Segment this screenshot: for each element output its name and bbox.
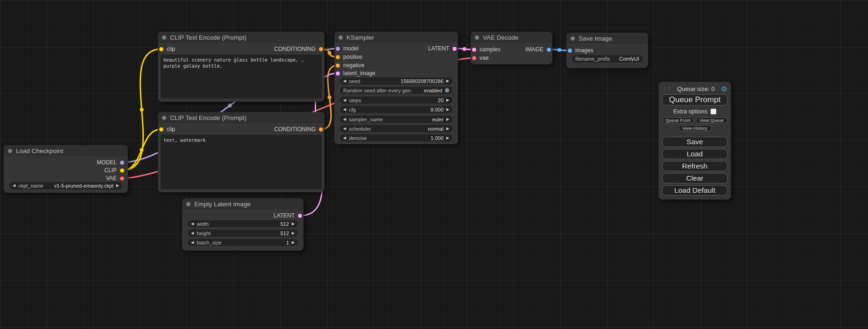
increment-arrow-icon[interactable]: ▶ (292, 231, 295, 235)
decrement-arrow-icon[interactable]: ◀ (343, 136, 346, 140)
node-title-bar[interactable]: CLIP Text Encode (Prompt) (158, 112, 325, 123)
node-title-bar[interactable]: Load Checkpoint (4, 145, 128, 156)
node-title-bar[interactable]: VAE Decode (471, 32, 552, 43)
input-port-negative: negative (336, 62, 364, 69)
decrement-arrow-icon[interactable]: ◀ (343, 108, 346, 112)
collapse-dot-icon[interactable] (8, 149, 12, 153)
width-widget[interactable]: ◀ width 512 ▶ (188, 220, 298, 227)
node-title-bar[interactable]: KSampler (334, 32, 458, 43)
input-port-vae: vae (472, 55, 488, 61)
port-dot[interactable] (319, 47, 323, 51)
save-button[interactable]: Save (662, 137, 727, 147)
node-title: Load Checkpoint (16, 147, 63, 154)
increment-arrow-icon[interactable]: ▶ (446, 98, 449, 102)
port-dot[interactable] (159, 47, 163, 51)
port-dot[interactable] (568, 49, 572, 53)
port-dot[interactable] (336, 55, 340, 59)
port-dot[interactable] (120, 168, 124, 173)
load-button[interactable]: Load (662, 149, 727, 159)
node-title: CLIP Text Encode (Prompt) (170, 34, 247, 41)
queue-front-button[interactable]: Queue Front (662, 117, 694, 123)
port-dot[interactable] (298, 214, 302, 218)
port-dot[interactable] (472, 56, 476, 60)
collapse-dot-icon[interactable] (162, 35, 166, 40)
port-dot[interactable] (319, 127, 323, 132)
increment-arrow-icon[interactable]: ▶ (446, 79, 449, 83)
decrement-arrow-icon[interactable]: ◀ (191, 241, 194, 245)
node-vae-decode[interactable]: VAE Decode samples vae IMAGE (471, 32, 552, 64)
denoise-widget[interactable]: ◀ denoise 1.000 ▶ (340, 134, 452, 141)
extra-options-checkbox[interactable] (711, 109, 716, 114)
filename-prefix-widget[interactable]: filename_prefix ComfyUI (572, 55, 642, 63)
decrement-arrow-icon[interactable]: ◀ (343, 98, 346, 102)
node-ksampler[interactable]: KSampler model positive negative latent_… (334, 32, 458, 144)
decrement-arrow-icon[interactable]: ◀ (343, 118, 346, 121)
collapse-dot-icon[interactable] (571, 36, 575, 41)
decrement-arrow-icon[interactable]: ◀ (13, 184, 15, 188)
random-seed-toggle-widget[interactable]: Random seed after every gen enabled (340, 87, 452, 94)
clear-button[interactable]: Clear (662, 173, 727, 183)
cfg-widget[interactable]: ◀ cfg 8.000 ▶ (340, 106, 452, 113)
drag-handle-icon[interactable]: ⋮⋮ (662, 86, 670, 92)
height-widget[interactable]: ◀ height 512 ▶ (188, 230, 298, 237)
port-label: vae (480, 55, 488, 61)
decrement-arrow-icon[interactable]: ◀ (343, 79, 346, 83)
input-port-images: images (568, 47, 593, 54)
node-load-checkpoint[interactable]: Load Checkpoint MODEL CLIP VAE ◀ ckpt_na… (4, 145, 128, 193)
output-port-vae: VAE (106, 175, 124, 182)
increment-arrow-icon[interactable]: ▶ (446, 127, 449, 131)
decrement-arrow-icon[interactable]: ◀ (191, 222, 194, 226)
load-default-button[interactable]: Load Default (662, 185, 727, 196)
graph-canvas[interactable]: Load Checkpoint MODEL CLIP VAE ◀ ckpt_na… (0, 0, 868, 329)
seed-widget[interactable]: ◀ seed 156680208700286 ▶ (340, 77, 452, 84)
output-port-latent: LATENT (274, 212, 302, 219)
node-title-bar[interactable]: Save Image (566, 33, 648, 44)
negative-prompt-text[interactable]: text, watermark (161, 135, 322, 189)
scheduler-widget[interactable]: ◀ scheduler normal ▶ (340, 125, 452, 132)
node-save-image[interactable]: Save Image images filename_prefix ComfyU… (566, 33, 648, 68)
increment-arrow-icon[interactable]: ▶ (446, 118, 449, 121)
port-dot[interactable] (120, 161, 124, 165)
port-label: VAE (106, 175, 117, 182)
decrement-arrow-icon[interactable]: ◀ (343, 127, 346, 131)
node-title-bar[interactable]: Empty Latent Image (182, 198, 303, 210)
refresh-button[interactable]: Refresh (662, 161, 727, 171)
port-dot[interactable] (336, 63, 340, 68)
output-port-model: MODEL (97, 159, 124, 166)
increment-arrow-icon[interactable]: ▶ (446, 136, 449, 140)
port-label: model (343, 45, 359, 52)
increment-arrow-icon[interactable]: ▶ (116, 184, 119, 188)
collapse-dot-icon[interactable] (186, 202, 191, 206)
increment-arrow-icon[interactable]: ▶ (446, 108, 449, 112)
port-dot[interactable] (336, 47, 340, 51)
batch-size-widget[interactable]: ◀ batch_size 1 ▶ (188, 239, 298, 246)
port-dot[interactable] (472, 48, 476, 52)
port-dot[interactable] (547, 48, 551, 52)
view-queue-button[interactable]: View Queue (696, 117, 727, 123)
settings-gear-icon[interactable]: ⚙ (721, 85, 727, 92)
port-dot[interactable] (159, 127, 163, 132)
widget-value: 512 (280, 221, 289, 227)
increment-arrow-icon[interactable]: ▶ (292, 241, 295, 245)
steps-widget[interactable]: ◀ steps 20 ▶ (340, 97, 452, 104)
collapse-dot-icon[interactable] (162, 116, 166, 120)
node-clip-text-encode-positive[interactable]: CLIP Text Encode (Prompt) clip CONDITION… (158, 32, 325, 102)
toggle-dot-icon[interactable] (445, 88, 449, 92)
view-history-button[interactable]: View History (678, 125, 712, 131)
node-empty-latent-image[interactable]: Empty Latent Image LATENT ◀ width 512 ▶ … (182, 198, 303, 251)
ckpt-name-widget[interactable]: ◀ ckpt_name v1-5-pruned-emaonly.ckpt ▶ (9, 182, 122, 189)
port-dot[interactable] (336, 71, 340, 76)
node-clip-text-encode-negative[interactable]: CLIP Text Encode (Prompt) clip CONDITION… (158, 112, 325, 192)
sampler-name-widget[interactable]: ◀ sampler_name euler ▶ (340, 116, 452, 123)
node-title-bar[interactable]: CLIP Text Encode (Prompt) (158, 32, 325, 43)
widget-value: euler (432, 117, 443, 122)
collapse-dot-icon[interactable] (475, 35, 479, 40)
port-dot[interactable] (120, 176, 124, 181)
collapse-dot-icon[interactable] (339, 35, 343, 40)
node-title: Save Image (579, 35, 612, 42)
positive-prompt-text[interactable]: beautiful scenery nature glass bottle la… (161, 55, 322, 98)
queue-prompt-button[interactable]: Queue Prompt (662, 94, 727, 105)
decrement-arrow-icon[interactable]: ◀ (191, 231, 194, 235)
increment-arrow-icon[interactable]: ▶ (292, 222, 295, 226)
port-dot[interactable] (452, 47, 457, 51)
